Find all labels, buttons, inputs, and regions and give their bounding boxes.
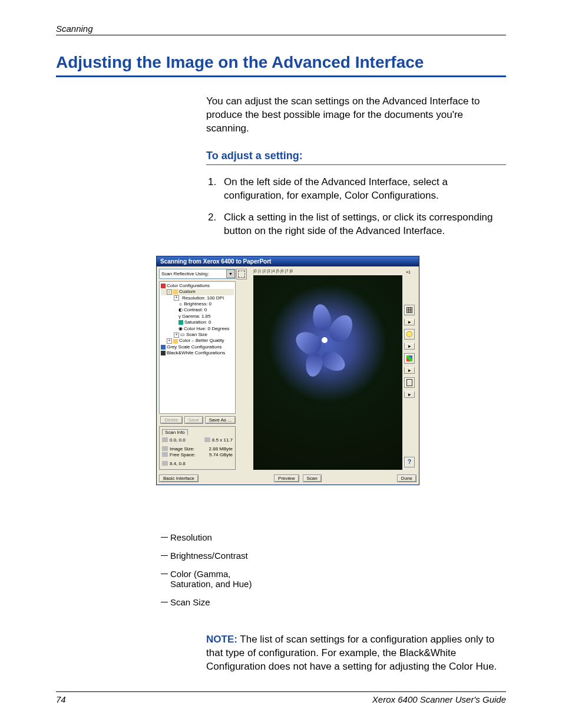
tree-item: +Resolution: 100 DPI <box>161 295 234 301</box>
tree-item: ◐Contrast: 0 <box>161 307 234 313</box>
guide-title: Xerox 6400 Scanner User's Guide <box>372 694 506 704</box>
callout-color-line2: Saturation, and Hue) <box>161 579 252 589</box>
intro-paragraph: You can adjust the scan settings on the … <box>206 95 506 136</box>
tree-item: ☼Brightness: 0 <box>161 301 234 307</box>
basic-interface-button[interactable]: Basic Interface <box>159 475 199 482</box>
left-pane: Scan Reflective Using: ▼ Color Configura… <box>159 269 236 470</box>
tree-root: Color Configurations <box>161 283 234 289</box>
ruler-vertical <box>247 275 253 470</box>
color-button[interactable] <box>404 353 415 364</box>
note-text: The list of scan settings for a configur… <box>206 634 497 672</box>
page-number: 74 <box>56 694 66 704</box>
preview-pane: |0 |1 |2 |3 |4 |5 |6 |7 |8 ×1 <box>247 269 416 470</box>
window-body: Scan Reflective Using: ▼ Color Configura… <box>157 266 419 472</box>
window-titlebar: Scanning from Xerox 6400 to PaperPort <box>157 256 419 266</box>
page: Scanning Adjusting the Image on the Adva… <box>0 0 562 728</box>
help-button[interactable] <box>404 457 415 467</box>
scan-info-tab[interactable]: Scan Info <box>162 429 188 435</box>
section-title: Adjusting the Image on the Advanced Inte… <box>56 53 506 77</box>
scanner-window: Scanning from Xerox 6400 to PaperPort Sc… <box>156 256 419 485</box>
scan-button[interactable]: Scan <box>303 475 322 482</box>
color-expand[interactable]: ▸ <box>404 367 415 374</box>
brightness-expand[interactable]: ▸ <box>404 343 415 350</box>
callout-scansize: Scan Size <box>161 597 252 607</box>
tree-better: +Color – Better Quality <box>161 338 234 344</box>
tree-item: γGamma: 1.85 <box>161 314 234 319</box>
done-button[interactable]: Done <box>397 475 416 482</box>
note-block: NOTE: The list of scan settings for a co… <box>206 633 506 674</box>
scan-mode-combo[interactable]: Scan Reflective Using: ▼ <box>159 269 236 279</box>
tree-grey: Grey Scale Configurations <box>161 344 234 350</box>
step-item: Click a setting in the list of settings,… <box>219 211 506 238</box>
tree-item: +▭Scan Size <box>161 332 234 338</box>
config-tree[interactable]: Color Configurations -Custom +Resolution… <box>159 281 236 414</box>
running-header: Scanning <box>56 24 506 35</box>
scan-size-button[interactable] <box>404 377 415 388</box>
page-footer: 74 Xerox 6400 Scanner User's Guide <box>56 691 506 704</box>
subsection-heading: To adjust a setting: <box>206 149 506 165</box>
resolution-button[interactable] <box>404 305 415 315</box>
note-paragraph: NOTE: The list of scan settings for a co… <box>206 633 506 674</box>
callout-column: Resolution Brightness/Contrast Color (Ga… <box>161 485 252 615</box>
ruler-corner <box>247 269 253 275</box>
resolution-expand[interactable]: ▸ <box>404 319 415 325</box>
zoom-column <box>238 269 245 470</box>
tree-buttons: Delete Save Save As ... <box>159 416 236 424</box>
steps-list: On the left side of the Advanced Interfa… <box>206 176 506 238</box>
tree-item: Saturation: 0 <box>161 319 234 325</box>
zoom-tool-icon[interactable] <box>236 269 247 279</box>
save-button[interactable]: Save <box>184 416 203 424</box>
tree-custom: -Custom <box>161 289 234 295</box>
tree-bw: Black&White Configurations <box>161 350 234 356</box>
delete-button[interactable]: Delete <box>160 416 182 424</box>
chevron-down-icon[interactable]: ▼ <box>226 269 235 278</box>
brightness-button[interactable] <box>404 329 415 340</box>
save-as-button[interactable]: Save As ... <box>205 416 236 424</box>
tree-item: ◉Color Hue: 0 Degrees <box>161 326 234 332</box>
scan-size-expand[interactable]: ▸ <box>404 391 415 398</box>
ruler-horizontal: |0 |1 |2 |3 |4 |5 |6 |7 |8 <box>253 269 400 275</box>
note-label: NOTE: <box>206 634 237 645</box>
body-column: You can adjust the scan settings on the … <box>206 95 506 238</box>
zoom-label: ×1 <box>400 269 416 275</box>
right-toolbar: ▸ ▸ ▸ ▸ <box>402 275 416 470</box>
preview-button[interactable]: Preview <box>274 475 299 482</box>
callout-resolution: Resolution <box>161 532 252 542</box>
callout-brightness: Brightness/Contrast <box>161 551 252 561</box>
preview-canvas[interactable] <box>253 275 402 470</box>
window-bottom-bar: Basic Interface Preview Scan Done <box>157 472 419 485</box>
callout-color: Color (Gamma, <box>161 569 252 579</box>
scan-info-panel: Scan Info 0.0, 0.08.5 x 11.7 Image Size:… <box>159 426 236 470</box>
step-item: On the left side of the Advanced Interfa… <box>219 176 506 203</box>
figure: Scanning from Xerox 6400 to PaperPort Sc… <box>156 256 506 615</box>
combo-label: Scan Reflective Using: <box>160 271 226 276</box>
